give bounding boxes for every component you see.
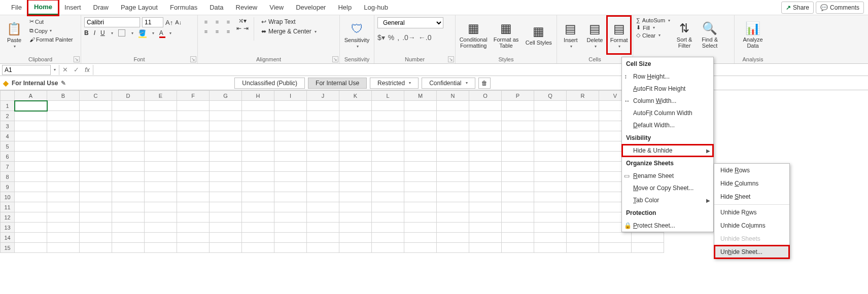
cell-Q2[interactable]	[534, 111, 567, 121]
row-header-8[interactable]: 8	[1, 172, 15, 182]
cell-M5[interactable]	[404, 141, 437, 152]
cancel-formula-icon[interactable]: ✕	[59, 66, 71, 74]
sm-hide-sheet[interactable]: Hide Sheet	[714, 190, 789, 203]
tab-help[interactable]: Help	[332, 1, 358, 14]
paste-button[interactable]: 📋 Paste ▾	[3, 17, 25, 53]
cell-N4[interactable]	[437, 131, 469, 141]
cell-J12[interactable]	[307, 212, 339, 223]
cell-G14[interactable]	[210, 233, 242, 243]
bold-button[interactable]: B	[84, 29, 89, 36]
cell-H13[interactable]	[242, 223, 274, 233]
cell-E11[interactable]	[145, 202, 177, 212]
cell-R6[interactable]	[567, 152, 599, 162]
cell-O10[interactable]	[469, 192, 502, 202]
col-header-Q[interactable]: Q	[534, 91, 567, 101]
cell-J13[interactable]	[307, 223, 339, 233]
cell-W15[interactable]	[632, 243, 664, 253]
cell-I2[interactable]	[274, 111, 307, 121]
cell-G13[interactable]	[210, 223, 242, 233]
cell-A5[interactable]	[15, 141, 47, 152]
col-header-G[interactable]: G	[210, 91, 242, 101]
cell-C1[interactable]	[80, 101, 112, 111]
cell-E1[interactable]	[145, 101, 177, 111]
percent-icon[interactable]: %	[388, 33, 394, 42]
cell-Q1[interactable]	[534, 101, 567, 111]
cell-G4[interactable]	[210, 131, 242, 141]
sm-unhide-sheet[interactable]: Unhide Sheet...	[714, 245, 789, 259]
cell-C4[interactable]	[80, 131, 112, 141]
cell-Q9[interactable]	[534, 182, 567, 192]
cell-F2[interactable]	[177, 111, 210, 121]
cell-N9[interactable]	[437, 182, 469, 192]
row-header-9[interactable]: 9	[1, 182, 15, 192]
dialog-launcher-font[interactable]: ↘	[190, 56, 196, 62]
col-header-A[interactable]: A	[15, 91, 47, 101]
col-header-F[interactable]: F	[177, 91, 210, 101]
dd-tab-color[interactable]: Tab Color▶	[622, 194, 713, 206]
cell-O2[interactable]	[469, 111, 502, 121]
cell-B13[interactable]	[47, 223, 80, 233]
cell-N12[interactable]	[437, 212, 469, 223]
cell-P3[interactable]	[502, 121, 534, 131]
pencil-icon[interactable]: ✎	[61, 80, 66, 87]
cell-N15[interactable]	[437, 243, 469, 253]
cell-A6[interactable]	[15, 152, 47, 162]
cell-M11[interactable]	[404, 202, 437, 212]
cell-C10[interactable]	[80, 192, 112, 202]
dd-autofit-col[interactable]: AutoFit Column Width	[622, 107, 713, 119]
cell-E15[interactable]	[145, 243, 177, 253]
cell-L15[interactable]	[372, 243, 404, 253]
class-btn-internal[interactable]: For Internal Use	[308, 78, 367, 89]
col-header-O[interactable]: O	[469, 91, 502, 101]
cell-K12[interactable]	[339, 212, 372, 223]
cell-D13[interactable]	[112, 223, 145, 233]
cell-C12[interactable]	[80, 212, 112, 223]
cell-C11[interactable]	[80, 202, 112, 212]
cell-G12[interactable]	[210, 212, 242, 223]
cell-K7[interactable]	[339, 162, 372, 172]
cell-J4[interactable]	[307, 131, 339, 141]
namebox-chevron-icon[interactable]: ▾	[54, 67, 56, 72]
cell-I9[interactable]	[274, 182, 307, 192]
align-top-icon[interactable]: ≡	[201, 17, 211, 26]
cell-I12[interactable]	[274, 212, 307, 223]
dd-autofit-row[interactable]: AutoFit Row Height	[622, 83, 713, 95]
cut-button[interactable]: ✂Cut	[28, 17, 74, 26]
cell-K15[interactable]	[339, 243, 372, 253]
cell-G3[interactable]	[210, 121, 242, 131]
cell-R8[interactable]	[567, 172, 599, 182]
cell-R3[interactable]	[567, 121, 599, 131]
cell-Q5[interactable]	[534, 141, 567, 152]
cell-H11[interactable]	[242, 202, 274, 212]
align-right-icon[interactable]: ≡	[223, 27, 233, 36]
cell-H4[interactable]	[242, 131, 274, 141]
orientation-icon[interactable]: ⤭▾	[236, 17, 249, 24]
decrease-decimal-icon[interactable]: ←.0	[419, 33, 432, 42]
cell-F11[interactable]	[177, 202, 210, 212]
dialog-launcher-number[interactable]: ↘	[448, 56, 454, 62]
cell-G11[interactable]	[210, 202, 242, 212]
cell-O8[interactable]	[469, 172, 502, 182]
cell-C6[interactable]	[80, 152, 112, 162]
cell-P2[interactable]	[502, 111, 534, 121]
tab-home[interactable]: Home	[28, 0, 58, 15]
cell-A2[interactable]	[15, 111, 47, 121]
cell-O11[interactable]	[469, 202, 502, 212]
cell-J7[interactable]	[307, 162, 339, 172]
cell-A13[interactable]	[15, 223, 47, 233]
cell-D12[interactable]	[112, 212, 145, 223]
dd-col-width[interactable]: ↔Column Width...	[622, 95, 713, 107]
cell-G15[interactable]	[210, 243, 242, 253]
class-btn-public[interactable]: Unclassified (Public)	[234, 78, 305, 89]
cell-R5[interactable]	[567, 141, 599, 152]
cell-J5[interactable]	[307, 141, 339, 152]
cell-C9[interactable]	[80, 182, 112, 192]
wrap-text-button[interactable]: ↩Wrap Text	[259, 17, 319, 26]
cell-I11[interactable]	[274, 202, 307, 212]
dd-default-width[interactable]: Default Width...	[622, 119, 713, 131]
increase-indent-icon[interactable]: ⇥	[244, 25, 249, 32]
cell-A8[interactable]	[15, 172, 47, 182]
row-header-4[interactable]: 4	[1, 131, 15, 141]
cell-E8[interactable]	[145, 172, 177, 182]
cell-D7[interactable]	[112, 162, 145, 172]
